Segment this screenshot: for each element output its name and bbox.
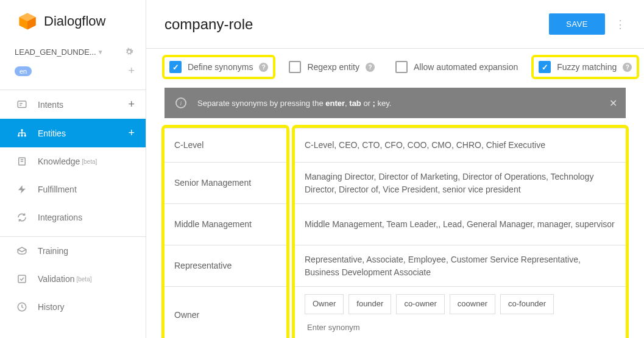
synonym-input[interactable]: [305, 319, 390, 336]
nav-label: History: [38, 302, 65, 312]
sidebar-item-training[interactable]: Training: [0, 237, 146, 265]
synonym-chip[interactable]: co-founder: [500, 294, 554, 314]
synonyms-cell-editing[interactable]: Owner founder co-owner coowner co-founde…: [295, 287, 626, 339]
nav-label: Integrations: [38, 213, 82, 222]
option-fuzzy-matching[interactable]: Fuzzy matching ?: [534, 57, 637, 77]
history-icon: [16, 301, 28, 313]
option-label: Define synonyms: [188, 62, 253, 72]
synonyms-cell[interactable]: C-Level, CEO, CTO, CFO, COO, CMO, CHRO, …: [295, 129, 626, 163]
page-title: company-role: [165, 16, 549, 33]
option-auto-expansion[interactable]: Allow automated expansion: [391, 57, 523, 77]
validation-icon: [16, 273, 28, 285]
logo-icon: [17, 11, 38, 32]
option-label: Allow automated expansion: [414, 62, 518, 72]
svg-rect-9: [24, 135, 26, 136]
help-icon[interactable]: ?: [623, 63, 632, 72]
hint-text: Separate synonyms by pressing the enter,…: [197, 99, 391, 108]
option-label: Regexp entity: [307, 62, 359, 72]
save-button[interactable]: SAVE: [549, 13, 605, 35]
svg-marker-18: [18, 185, 26, 193]
page-header: company-role SAVE ⋮: [146, 0, 644, 49]
reference-column: C-Level Senior Management Middle Managem…: [165, 128, 286, 338]
reference-value[interactable]: Owner: [165, 287, 286, 339]
option-regexp-entity[interactable]: Regexp entity ?: [284, 57, 380, 77]
sidebar: Dialogflow LEAD_GEN_DUNDE... ▼ en + Inte…: [0, 0, 146, 338]
checkbox-icon[interactable]: [395, 61, 408, 73]
intents-icon: [16, 99, 28, 111]
beta-badge: [beta]: [76, 276, 91, 283]
reference-value[interactable]: C-Level: [165, 129, 286, 163]
nav-label: Training: [38, 246, 68, 256]
add-language-button[interactable]: +: [128, 65, 135, 77]
svg-rect-3: [18, 101, 26, 108]
agent-selector[interactable]: LEAD_GEN_DUNDE... ▼: [0, 43, 146, 61]
chevron-down-icon: ▼: [97, 49, 104, 55]
brand-logo: Dialogflow: [0, 0, 146, 43]
sidebar-item-knowledge[interactable]: Knowledge [beta]: [0, 147, 146, 175]
nav-label: Knowledge: [38, 157, 80, 166]
svg-rect-19: [18, 275, 26, 283]
sidebar-item-history[interactable]: History: [0, 293, 146, 321]
synonym-chip[interactable]: Owner: [305, 294, 344, 314]
agent-name: LEAD_GEN_DUNDE...: [15, 48, 96, 57]
reference-value[interactable]: Representative: [165, 245, 286, 287]
entity-table: C-Level Senior Management Middle Managem…: [165, 128, 626, 338]
entity-options-row: Define synonyms ? Regexp entity ? Allow …: [146, 49, 644, 85]
nav-label: Validation: [38, 274, 74, 284]
reference-value[interactable]: Senior Management: [165, 163, 286, 204]
close-icon[interactable]: ✕: [609, 97, 617, 109]
brand-name: Dialogflow: [44, 13, 106, 29]
svg-rect-8: [21, 135, 23, 136]
synonyms-cell[interactable]: Representative, Associate, Employee, Cus…: [295, 245, 626, 287]
synonyms-column: C-Level, CEO, CTO, CFO, COO, CMO, CHRO, …: [295, 128, 626, 338]
training-icon: [16, 245, 28, 257]
nav-label: Fulfillment: [38, 185, 77, 194]
help-icon[interactable]: ?: [366, 63, 375, 72]
integrations-icon: [16, 211, 28, 224]
svg-rect-6: [21, 129, 23, 131]
info-icon: i: [175, 97, 186, 108]
option-define-synonyms[interactable]: Define synonyms ?: [165, 57, 273, 77]
checkbox-icon[interactable]: [289, 61, 301, 73]
synonyms-cell[interactable]: Middle Management, Team Leader,, Lead, G…: [295, 204, 626, 245]
synonyms-cell[interactable]: Managing Director, Director of Marketing…: [295, 163, 626, 204]
beta-badge: [beta]: [82, 158, 97, 165]
help-icon[interactable]: ?: [259, 63, 268, 72]
sidebar-item-entities[interactable]: Entities +: [0, 119, 146, 147]
add-intent-button[interactable]: +: [128, 98, 135, 111]
checkbox-icon[interactable]: [169, 61, 182, 73]
synonym-chip[interactable]: founder: [349, 294, 391, 314]
add-entity-button[interactable]: +: [128, 127, 135, 139]
reference-value[interactable]: Middle Management: [165, 204, 286, 245]
fulfillment-icon: [16, 183, 28, 195]
sidebar-item-intents[interactable]: Intents +: [0, 90, 146, 119]
hint-banner: i Separate synonyms by pressing the ente…: [165, 88, 626, 118]
synonym-chip[interactable]: coowner: [450, 294, 495, 314]
knowledge-icon: [16, 155, 28, 167]
language-row: en +: [0, 61, 146, 85]
main-content: company-role SAVE ⋮ Define synonyms ? Re…: [146, 0, 644, 338]
nav-label: Entities: [38, 129, 66, 138]
entities-icon: [16, 127, 28, 139]
gear-icon[interactable]: [124, 46, 135, 57]
sidebar-item-integrations[interactable]: Integrations: [0, 203, 146, 231]
synonym-chip[interactable]: co-owner: [396, 294, 444, 314]
svg-rect-7: [18, 135, 19, 136]
more-menu-icon[interactable]: ⋮: [615, 18, 626, 31]
option-label: Fuzzy matching: [557, 62, 617, 72]
sidebar-item-validation[interactable]: Validation [beta]: [0, 265, 146, 293]
sidebar-item-fulfillment[interactable]: Fulfillment: [0, 175, 146, 203]
checkbox-icon[interactable]: [539, 61, 551, 73]
nav-label: Intents: [38, 100, 63, 110]
language-pill[interactable]: en: [15, 66, 32, 76]
